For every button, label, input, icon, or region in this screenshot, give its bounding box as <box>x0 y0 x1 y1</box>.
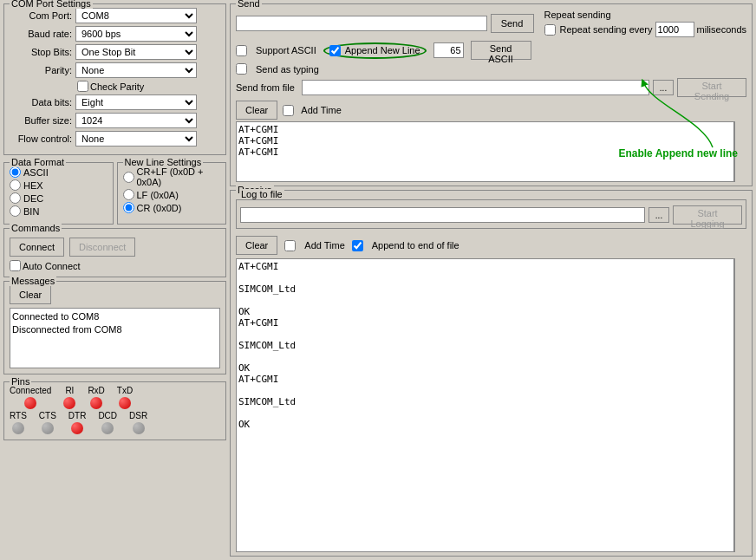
receive-group: Receive Log to file ... Start Logging Cl… <box>230 190 753 557</box>
check-parity-label: Check Parity <box>90 81 144 92</box>
append-newline-label: Append New Line <box>345 45 420 55</box>
data-format-group: Data Format ASCII HEX DEC BIN <box>3 162 114 225</box>
pin-rxd-led <box>90 397 102 409</box>
message-line-2: Disconnected from COM8 <box>12 323 218 336</box>
send-as-typing-checkbox[interactable] <box>236 63 247 75</box>
auto-connect-checkbox[interactable] <box>10 260 21 271</box>
receive-clear-button[interactable]: Clear <box>236 236 277 255</box>
format-bin-label: BIN <box>23 206 39 217</box>
data-bits-select[interactable]: Eight <box>75 94 197 110</box>
pin-rxd: RxD <box>88 386 104 409</box>
disconnect-button[interactable]: Disconnect <box>69 238 135 257</box>
pin-dsr: DSR <box>129 411 147 434</box>
messages-text-area: Connected to COM8 Disconnected from COM8 <box>10 308 220 368</box>
send-as-typing-label: Send as typing <box>256 64 319 75</box>
receive-scrollbar[interactable] <box>734 258 746 552</box>
repeat-sending-title: Repeat sending <box>544 10 746 20</box>
pin-ri: RI <box>63 386 75 409</box>
pin-rxd-label: RxD <box>88 386 104 395</box>
send-button[interactable]: Send <box>491 14 534 33</box>
nl-crlf-label: CR+LF (0x0D + 0x0A) <box>137 166 221 187</box>
repeat-value-input[interactable] <box>655 22 694 37</box>
pin-connected-label: Connected <box>10 386 51 395</box>
nl-cr-radio[interactable] <box>123 202 134 213</box>
append-to-file-checkbox[interactable] <box>352 240 363 251</box>
format-bin-radio[interactable] <box>10 205 21 217</box>
repeat-sending-checkbox[interactable] <box>544 24 556 36</box>
annotation-arrow <box>635 69 739 156</box>
pin-ri-led <box>63 397 75 409</box>
pin-txd-label: TxD <box>117 386 133 395</box>
messages-clear-button[interactable]: Clear <box>10 285 51 304</box>
receive-add-time-label: Add Time <box>304 240 344 251</box>
message-line-1: Connected to COM8 <box>12 310 218 323</box>
nl-cr-label: CR (0x0D) <box>137 203 182 213</box>
nl-lf-radio[interactable] <box>123 189 134 200</box>
support-ascii-label: Support ASCII <box>256 45 316 55</box>
send-add-time-checkbox[interactable] <box>283 105 294 116</box>
send-file-input[interactable] <box>302 80 649 95</box>
format-ascii-label: ASCII <box>23 167 49 178</box>
send-clear-button[interactable]: Clear <box>236 101 277 120</box>
pin-dtr-label: DTR <box>68 411 87 420</box>
format-dec-radio[interactable] <box>10 192 21 204</box>
parity-select[interactable]: None <box>75 62 197 78</box>
pin-cts: CTS <box>39 411 56 434</box>
pin-dtr: DTR <box>68 411 87 434</box>
send-input[interactable]: AT+CGMI <box>236 16 487 31</box>
send-add-time-label: Add Time <box>301 105 341 115</box>
send-group: Send AT+CGMI Send Repeat sending Repeat … <box>230 3 753 186</box>
baud-rate-select[interactable]: 9600 bps <box>75 26 197 42</box>
receive-add-time-checkbox[interactable] <box>284 240 296 251</box>
connect-button[interactable]: Connect <box>10 238 64 257</box>
nl-crlf-radio[interactable] <box>123 172 134 183</box>
com-port-settings-group: COM Port Settings Com Port: COM8 Baud ra… <box>3 3 226 155</box>
receive-text-container: AT+CGMI SIMCOM_Ltd OK AT+CGMI SIMCOM_Ltd… <box>236 258 746 552</box>
format-hex-label: HEX <box>23 180 43 191</box>
pins-title: Pins <box>10 376 31 387</box>
com-port-label: Com Port: <box>10 10 72 21</box>
stop-bits-select[interactable]: One Stop Bit <box>75 44 197 60</box>
log-file-input[interactable] <box>240 207 645 223</box>
num-input[interactable] <box>433 42 464 58</box>
baud-rate-label: Baud rate: <box>10 29 72 39</box>
send-ascii-button[interactable]: Send ASCII <box>471 41 531 60</box>
append-newline-checkbox[interactable] <box>329 45 341 56</box>
flow-control-label: Flow control: <box>10 133 72 144</box>
pin-dsr-led <box>133 422 145 434</box>
repeat-every-label: Repeat sending every <box>560 24 653 35</box>
send-title: Send <box>236 0 262 9</box>
buffer-size-label: Buffer size: <box>10 115 72 126</box>
pin-rts-led <box>12 422 24 434</box>
send-from-file-label: Send from file <box>236 82 295 93</box>
pin-txd-led <box>119 397 131 409</box>
receive-textarea[interactable]: AT+CGMI SIMCOM_Ltd OK AT+CGMI SIMCOM_Ltd… <box>236 258 734 552</box>
format-ascii-radio[interactable] <box>10 166 21 178</box>
pin-cts-led <box>42 422 54 434</box>
pin-dsr-label: DSR <box>129 411 147 420</box>
pin-dcd: DCD <box>98 411 117 434</box>
stop-bits-label: Stop Bits: <box>10 47 72 57</box>
buffer-size-select[interactable]: 1024 <box>75 113 197 128</box>
messages-group: Messages Clear Connected to COM8 Disconn… <box>3 281 226 374</box>
log-browse-button[interactable]: ... <box>648 207 669 223</box>
log-to-file-label: Log to file <box>239 189 284 199</box>
com-port-select[interactable]: COM8 <box>75 8 197 23</box>
append-newline-container: Append New Line <box>323 42 427 59</box>
commands-group: Commands Connect Disconnect Auto Connect <box>3 228 226 277</box>
format-dec-label: DEC <box>23 193 43 204</box>
messages-title: Messages <box>10 276 56 286</box>
pin-connected-led <box>24 397 36 409</box>
check-parity-checkbox[interactable] <box>77 81 88 92</box>
flow-control-select[interactable]: None <box>75 131 197 147</box>
new-line-settings-group: New Line Settings CR+LF (0x0D + 0x0A) LF… <box>117 162 227 225</box>
start-logging-button[interactable]: Start Logging <box>673 205 742 225</box>
format-hex-radio[interactable] <box>10 179 21 191</box>
pin-rts: RTS <box>10 411 27 434</box>
data-format-title: Data Format <box>10 157 66 167</box>
parity-label: Parity: <box>10 65 72 75</box>
support-ascii-checkbox[interactable] <box>236 45 247 56</box>
pin-dcd-led <box>101 422 114 434</box>
commands-title: Commands <box>10 223 62 233</box>
pin-txd: TxD <box>117 386 133 409</box>
